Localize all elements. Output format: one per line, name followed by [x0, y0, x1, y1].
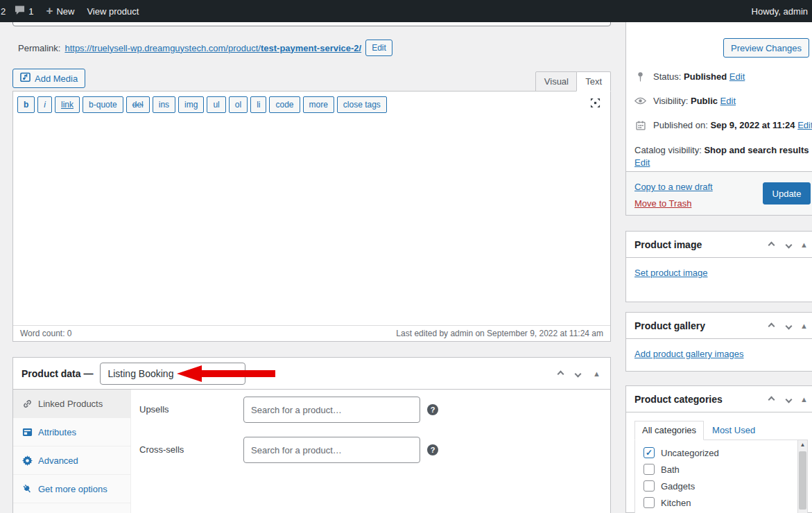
product-data-tab-attributes[interactable]: Attributes: [13, 418, 130, 446]
move-down-icon[interactable]: [575, 370, 582, 377]
quicktag-del[interactable]: del: [126, 96, 150, 113]
category-label: Kitchen: [661, 498, 691, 508]
plug-icon: [21, 484, 33, 494]
category-scrollbar[interactable]: ▲: [797, 440, 807, 513]
update-button[interactable]: Update: [763, 182, 811, 205]
tab-all-categories[interactable]: All categories: [634, 421, 704, 440]
field-label: Upsells: [139, 397, 243, 423]
permalink-edit-button[interactable]: Edit: [365, 40, 392, 56]
published-edit-link[interactable]: Edit: [797, 120, 812, 130]
quicktag-i[interactable]: i: [37, 96, 52, 113]
published-label: Published on:: [653, 120, 708, 130]
product-gallery-header[interactable]: Product gallery ▲: [626, 313, 812, 339]
update-counter[interactable]: 2: [0, 0, 8, 22]
move-up-icon[interactable]: [558, 370, 564, 377]
permalink-url-slug: test-payment-service-2/: [261, 43, 361, 53]
quicktag-b[interactable]: b: [17, 96, 35, 113]
product-data-panel: Product data — Listing Booking ▲ Linked …: [12, 357, 611, 513]
help-icon[interactable]: ?: [427, 444, 438, 455]
howdy-account-menu[interactable]: Howdy, admin: [745, 0, 812, 22]
product-data-tab-linked-products[interactable]: Linked Products: [13, 390, 130, 418]
collapse-toggle-icon[interactable]: ▲: [800, 322, 808, 330]
visibility-label: Visibility:: [653, 96, 688, 106]
move-down-icon[interactable]: [786, 322, 793, 329]
new-content-menu[interactable]: + New: [40, 0, 80, 22]
collapse-toggle-icon[interactable]: ▲: [800, 395, 808, 403]
gear-icon: [21, 455, 33, 466]
tab-label: Attributes: [38, 427, 76, 437]
checkbox-checked[interactable]: ✓: [643, 447, 655, 458]
category-label: Bath: [661, 464, 680, 475]
add-gallery-images-link[interactable]: Add product gallery images: [634, 349, 744, 359]
new-label: New: [56, 6, 74, 17]
link-icon: [21, 399, 33, 409]
word-count-value: 0: [67, 329, 72, 338]
annotation-arrow: [175, 364, 277, 383]
move-up-icon[interactable]: [768, 396, 775, 403]
cross-sells-search-input[interactable]: [243, 437, 420, 463]
word-count-label: Word count:: [20, 329, 64, 338]
collapse-toggle-icon[interactable]: ▲: [800, 241, 808, 249]
view-product-menu[interactable]: View product: [80, 0, 145, 22]
panel-order-controls: ▲: [558, 358, 601, 390]
fullscreen-icon[interactable]: [590, 98, 601, 110]
scroll-up-icon[interactable]: ▲: [798, 442, 807, 448]
category-item-bath: Bath: [643, 461, 807, 478]
status-label: Status:: [653, 71, 681, 82]
quicktags-toolbar: bilinkb-quotedelinsimgulollicodemoreclos…: [13, 92, 610, 117]
field-row-upsells: Upsells?: [139, 397, 610, 423]
quicktag-close-tags[interactable]: close tags: [337, 96, 387, 113]
move-down-icon[interactable]: [786, 241, 793, 248]
status-edit-link[interactable]: Edit: [729, 71, 745, 82]
quicktag-ins[interactable]: ins: [153, 96, 175, 113]
checkbox[interactable]: [643, 497, 655, 508]
quicktag-ul[interactable]: ul: [207, 96, 225, 113]
product-image-header[interactable]: Product image ▲: [626, 232, 812, 258]
quicktag-code[interactable]: code: [269, 96, 300, 113]
move-up-icon[interactable]: [768, 322, 775, 329]
quicktag-ol[interactable]: ol: [229, 96, 248, 113]
move-down-icon[interactable]: [786, 396, 793, 403]
catalog-edit-link[interactable]: Edit: [634, 157, 650, 168]
category-label: Gadgets: [661, 481, 695, 492]
comments-menu[interactable]: 1: [8, 0, 40, 22]
product-gallery-title: Product gallery: [634, 320, 705, 331]
product-data-title: Product data —: [21, 368, 93, 379]
admin-bar: 2 1 + New View product Howdy, admin: [0, 0, 812, 22]
visibility-edit-link[interactable]: Edit: [720, 96, 736, 106]
quicktag-img[interactable]: img: [178, 96, 204, 113]
editor-textarea[interactable]: [13, 117, 610, 325]
set-product-image-link[interactable]: Set product image: [634, 268, 708, 278]
category-tabs: All categories Most Used: [626, 412, 812, 440]
checkbox[interactable]: [643, 480, 655, 492]
preview-changes-button[interactable]: Preview Changes: [723, 38, 809, 58]
move-up-icon[interactable]: [768, 241, 775, 248]
product-type-value: Listing Booking: [107, 368, 173, 379]
quicktag-more[interactable]: more: [303, 96, 334, 113]
category-items: ✓UncategorizedBathGadgetsKitchen: [643, 444, 807, 513]
product-data-nav: Linked ProductsAttributesAdvancedGet mor…: [13, 390, 131, 513]
quicktag-li[interactable]: li: [250, 96, 266, 113]
collapse-toggle-icon[interactable]: ▲: [593, 369, 601, 378]
help-icon[interactable]: ?: [427, 404, 438, 415]
visibility-row: Visibility: Public Edit: [626, 96, 812, 106]
comment-bubble-icon: [15, 5, 25, 17]
category-item-gadgets: Gadgets: [643, 478, 807, 494]
published-row: Published on: Sep 9, 2022 at 11:24 Edit: [626, 120, 812, 130]
upsells-search-input[interactable]: [243, 397, 420, 423]
quicktag-b-quote[interactable]: b-quote: [83, 96, 123, 113]
tab-visual[interactable]: Visual: [535, 71, 578, 92]
quicktag-link[interactable]: link: [55, 96, 80, 113]
catalog-label: Catalog visibility:: [634, 145, 702, 155]
catalog-value: Shop and search results: [704, 145, 809, 155]
product-categories-header[interactable]: Product categories ▲: [626, 386, 812, 412]
scrollbar-thumb[interactable]: [799, 451, 806, 510]
content-editor: bilinkb-quotedelinsimgulollicodemoreclos…: [12, 91, 611, 342]
product-data-tab-advanced[interactable]: Advanced: [13, 446, 130, 475]
product-data-tab-get-more-options[interactable]: Get more options: [13, 475, 130, 503]
permalink-url[interactable]: https://truelysell-wp.dreamguystech.com/…: [64, 43, 361, 53]
tab-most-used[interactable]: Most Used: [704, 421, 763, 440]
calendar-icon: [634, 121, 646, 130]
tab-text[interactable]: Text: [576, 71, 611, 92]
checkbox[interactable]: [643, 464, 655, 475]
